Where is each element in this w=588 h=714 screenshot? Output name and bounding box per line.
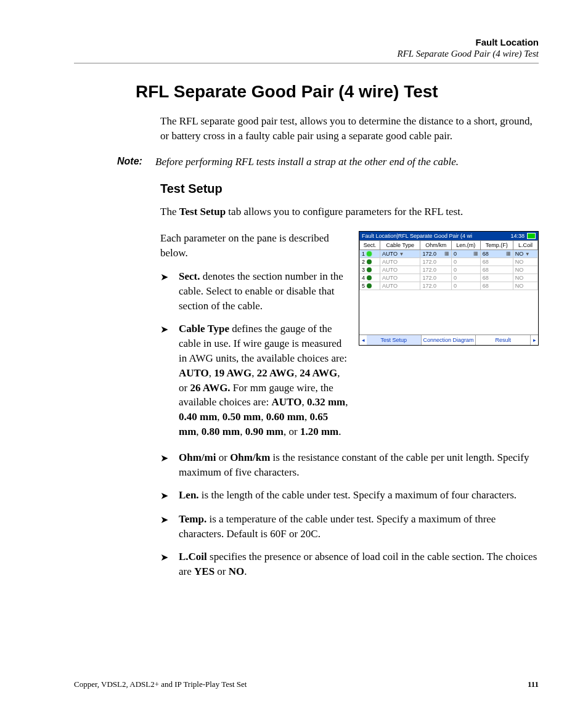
tab-connection-diagram[interactable]: Connection Diagram bbox=[422, 335, 476, 345]
battery-icon bbox=[527, 233, 536, 239]
intro-paragraph: The RFL separate good pair test, allows … bbox=[160, 114, 539, 144]
header-section: RFL Separate Good Pair (4 wire) Test bbox=[111, 49, 539, 59]
ss-clock: 14:38 bbox=[510, 233, 525, 239]
note-text: Before performing RFL tests install a st… bbox=[155, 156, 459, 168]
subheading-test-setup: Test Setup bbox=[160, 182, 539, 196]
tab-scroll-right[interactable]: ▸ bbox=[531, 335, 538, 345]
enable-dot-icon[interactable] bbox=[367, 283, 372, 288]
ss-row[interactable]: 3AUTO172.0068NO bbox=[360, 266, 538, 274]
tab-scroll-left[interactable]: ◂ bbox=[359, 335, 367, 345]
ss-row[interactable]: 4AUTO172.0068NO bbox=[360, 274, 538, 282]
footer-product: Copper, VDSL2, ADSL2+ and IP Triple-Play… bbox=[74, 680, 247, 689]
bullet-temp: ➤ Temp. is a temperature of the cable un… bbox=[160, 512, 539, 542]
bullet-cable-type: ➤ Cable Type defines the gauge of the ca… bbox=[160, 322, 350, 439]
ss-row[interactable]: 1AUTO ▼172.0▦0▦68▦NO ▼ bbox=[360, 250, 538, 258]
bullet-ohm: ➤ Ohm/mi or Ohm/km is the resistance con… bbox=[160, 450, 539, 480]
note-label: Note: bbox=[117, 156, 155, 168]
tab-result[interactable]: Result bbox=[476, 335, 531, 345]
ss-breadcrumb: Fault Location|RFL Separate Good Pair (4… bbox=[362, 233, 472, 239]
bullet-len: ➤ Len. is the length of the cable under … bbox=[160, 488, 539, 503]
bullet-icon: ➤ bbox=[160, 512, 179, 542]
bullet-icon: ➤ bbox=[160, 269, 179, 313]
header-chapter: Fault Location bbox=[111, 37, 539, 47]
enable-dot-icon[interactable] bbox=[367, 259, 372, 264]
note: Note: Before performing RFL tests instal… bbox=[117, 156, 539, 168]
page-title: RFL Separate Good Pair (4 wire) Test bbox=[136, 82, 539, 102]
header-rule bbox=[74, 63, 539, 63]
bullet-icon: ➤ bbox=[160, 550, 179, 579]
setup-intro: The Test Setup tab allows you to configu… bbox=[160, 205, 539, 219]
device-screenshot: Fault Location|RFL Separate Good Pair (4… bbox=[359, 231, 539, 346]
bullet-sect: ➤ Sect. denotes the section number in th… bbox=[160, 269, 350, 313]
col-ohm-km[interactable]: Ohm/km bbox=[420, 241, 452, 250]
bullet-icon: ➤ bbox=[160, 450, 179, 480]
bullet-icon: ➤ bbox=[160, 322, 179, 439]
col-len[interactable]: Len.(m) bbox=[451, 241, 480, 250]
ss-setup-table: Sect. Cable Type Ohm/km Len.(m) Temp.(F)… bbox=[359, 240, 538, 290]
ss-row[interactable]: 2AUTO172.0068NO bbox=[360, 258, 538, 266]
ss-row[interactable]: 5AUTO172.0068NO bbox=[360, 282, 538, 290]
col-cable-type[interactable]: Cable Type bbox=[380, 241, 420, 250]
bullet-icon: ➤ bbox=[160, 488, 179, 503]
col-sect[interactable]: Sect. bbox=[360, 241, 380, 250]
page-number: 111 bbox=[528, 680, 539, 689]
enable-dot-icon[interactable] bbox=[367, 251, 372, 256]
tab-test-setup[interactable]: Test Setup bbox=[367, 335, 422, 345]
col-lcoil[interactable]: L.Coil bbox=[513, 241, 537, 250]
bullet-lcoil: ➤ L.Coil specifies the presence or absen… bbox=[160, 550, 539, 579]
col-temp[interactable]: Temp.(F) bbox=[480, 241, 513, 250]
enable-dot-icon[interactable] bbox=[367, 267, 372, 272]
enable-dot-icon[interactable] bbox=[367, 275, 372, 280]
